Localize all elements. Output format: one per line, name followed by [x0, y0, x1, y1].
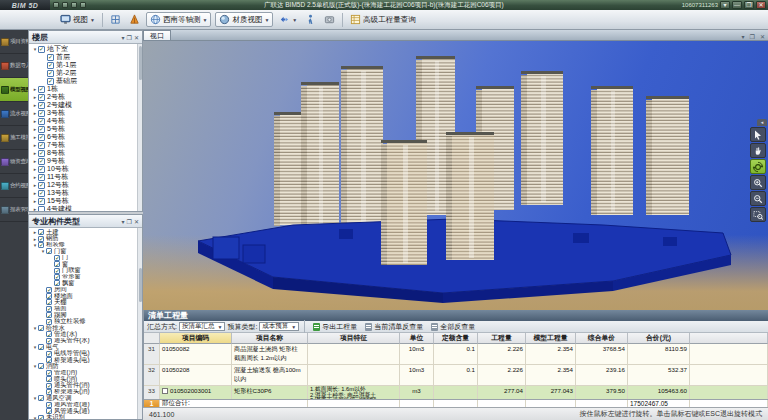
zoom-extent-tool[interactable] [750, 207, 766, 222]
tree-checkbox[interactable] [38, 94, 45, 101]
tree-checkbox[interactable] [47, 78, 54, 85]
tree-item[interactable]: ▸10号栋 [29, 165, 142, 173]
tree-item[interactable]: ▸9号栋 [29, 157, 142, 165]
column-header[interactable]: 项目名称 [232, 333, 308, 344]
tree-checkbox[interactable] [38, 86, 45, 93]
tree-checkbox[interactable] [38, 236, 44, 242]
tree-item[interactable]: ▸8号栋 [29, 149, 142, 157]
tree-checkbox[interactable] [38, 102, 45, 109]
tree-item[interactable]: 首层 [29, 53, 142, 61]
tree-item[interactable]: 第-1层 [29, 61, 142, 69]
tree-checkbox[interactable] [46, 312, 52, 318]
sidebar-item-模型视图[interactable]: 模型视图 [0, 78, 28, 102]
tree-checkbox[interactable] [38, 134, 45, 141]
tree-checkbox[interactable] [46, 402, 52, 408]
tree-checkbox[interactable] [46, 338, 52, 344]
tree-item[interactable]: ▸5号栋 [29, 125, 142, 133]
tree-item[interactable]: ▸3号栋 [29, 109, 142, 117]
tree-checkbox[interactable] [38, 182, 45, 189]
sidebar-item-报表管理[interactable]: 报表管理 [0, 198, 28, 222]
tree-checkbox[interactable] [46, 319, 52, 325]
viewport-canvas[interactable]: ◂ [143, 41, 768, 310]
column-header[interactable]: 项目特征 [308, 333, 400, 344]
tree-item[interactable]: ▸11号栋 [29, 173, 142, 181]
minimize-button[interactable]: — [732, 1, 742, 9]
tree-item[interactable]: ▾地下室 [29, 45, 142, 53]
tree-checkbox[interactable] [38, 206, 45, 212]
sidebar-item-物资查询[interactable]: 物资查询 [0, 150, 28, 174]
table-row[interactable]: 3201050208混凝土输送泵 檐高100m以内10m30.12.2262.3… [144, 365, 768, 386]
tree-item[interactable]: ▾未识别 [29, 414, 142, 419]
tree-checkbox[interactable] [54, 261, 60, 267]
floors-scrollbar[interactable] [137, 44, 142, 211]
tree-checkbox[interactable] [38, 142, 45, 149]
budget-type-select[interactable]: 成本预算 ▼ [259, 322, 299, 331]
close-button[interactable]: ✕ [756, 1, 766, 9]
tree-item[interactable]: ▸2号栋 [29, 93, 142, 101]
tree-checkbox[interactable] [38, 174, 45, 181]
tree-item[interactable]: ▸15号栋 [29, 197, 142, 205]
tree-checkbox[interactable] [46, 331, 52, 337]
tree-checkbox[interactable] [38, 158, 45, 165]
zoom-out-tool[interactable] [750, 191, 766, 206]
tree-checkbox[interactable] [38, 166, 45, 173]
tree-checkbox[interactable] [46, 293, 52, 299]
table-row[interactable]: 3101050082商品混凝土浇捣 矩形柱 截面周长 1.2m以内10m30.1… [144, 344, 768, 365]
benchmark-button[interactable] [125, 12, 144, 27]
tree-checkbox[interactable] [46, 376, 52, 382]
pin-icon[interactable]: ▾ [742, 33, 745, 40]
tree-checkbox[interactable] [38, 363, 44, 369]
tree-checkbox[interactable] [38, 415, 44, 419]
pan-tool[interactable] [750, 143, 766, 158]
tool-strip-collapse-icon[interactable]: ◂ [757, 119, 767, 126]
tree-checkbox[interactable] [46, 306, 52, 312]
export-quantity-button[interactable]: 导出工程量 [310, 322, 360, 332]
tree-checkbox[interactable] [38, 190, 45, 197]
column-header[interactable]: 综合单价 [576, 333, 628, 344]
tree-checkbox[interactable] [46, 248, 52, 254]
tree-checkbox[interactable] [54, 255, 60, 261]
tree-checkbox[interactable] [54, 268, 60, 274]
tree-checkbox[interactable] [38, 395, 44, 401]
tree-checkbox[interactable] [38, 229, 44, 235]
view-button[interactable]: 视图 ▼ [56, 12, 99, 27]
quick-access-icon[interactable] [71, 2, 77, 8]
advanced-quantity-query-button[interactable]: 高级工程量查询 [346, 12, 420, 27]
capture-button[interactable] [320, 12, 339, 27]
current-list-query-button[interactable]: 当前清单反查量 [362, 322, 426, 332]
tree-item[interactable]: 基础层 [29, 77, 142, 85]
tree-checkbox[interactable] [46, 408, 52, 414]
all-query-button[interactable]: 全部反查量 [428, 322, 478, 332]
view-angle-dropdown[interactable]: 西南等轴测 ▼ [146, 12, 211, 27]
column-header[interactable]: 定额含量 [434, 333, 478, 344]
quick-access-icon[interactable] [62, 2, 68, 8]
tree-checkbox[interactable] [47, 62, 54, 69]
tree-checkbox[interactable] [38, 110, 45, 117]
column-header[interactable]: 工程量 [478, 333, 526, 344]
float-icon[interactable]: ❐ [127, 218, 132, 225]
pin-icon[interactable]: ▾ [122, 218, 125, 225]
types-scrollbar[interactable] [137, 228, 142, 419]
select-tool[interactable] [750, 127, 766, 142]
tree-item[interactable]: ▸4号栋 [29, 117, 142, 125]
quick-access-icon[interactable] [53, 2, 59, 8]
tree-checkbox[interactable] [54, 274, 60, 280]
tree-checkbox[interactable] [47, 54, 54, 61]
tree-checkbox[interactable] [46, 383, 52, 389]
tree-checkbox[interactable] [38, 325, 44, 331]
sidebar-item-项目资料[interactable]: 项目资料 [0, 30, 28, 54]
close-icon[interactable]: ✕ [134, 34, 139, 41]
tree-checkbox[interactable] [46, 287, 52, 293]
tree-checkbox[interactable] [38, 242, 44, 248]
summary-mode-select[interactable]: 按清单汇总 ▼ [179, 322, 225, 331]
walkthrough-button[interactable] [301, 12, 320, 27]
tree-checkbox[interactable] [38, 150, 45, 157]
tree-item[interactable]: ▸1栋 [29, 85, 142, 93]
column-header[interactable]: 合价(元) [628, 333, 690, 344]
tree-checkbox[interactable] [38, 118, 45, 125]
column-header[interactable]: 项目编码 [160, 333, 232, 344]
close-icon[interactable]: ✕ [760, 33, 765, 40]
titlebar-dropdown-icon[interactable]: ▾ [720, 1, 730, 9]
tree-checkbox[interactable] [38, 46, 45, 53]
tree-checkbox[interactable] [38, 126, 45, 133]
